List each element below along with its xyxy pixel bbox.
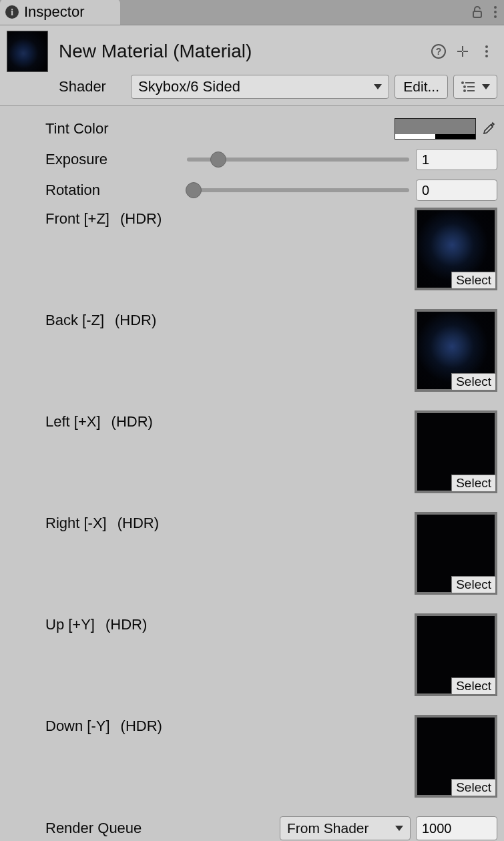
material-preview-thumbnail[interactable] [7, 31, 48, 72]
svg-point-8 [485, 55, 488, 57]
list-icon [461, 81, 475, 93]
material-title: New Material (Material) [59, 41, 431, 62]
svg-point-2 [494, 11, 497, 13]
tab-inspector[interactable]: i Inspector [0, 0, 120, 25]
texture-slot: Front [+Z](HDR)Select [7, 208, 497, 290]
help-icon[interactable]: ? [431, 43, 447, 59]
exposure-label: Exposure [7, 151, 180, 168]
shader-label: Shader [59, 78, 125, 95]
render-queue-dropdown[interactable]: From Shader [280, 816, 411, 840]
svg-point-3 [494, 15, 497, 18]
properties-panel: Tint Color Exposure Rotation Front [+Z](… [0, 106, 504, 841]
svg-rect-14 [467, 90, 475, 91]
svg-rect-10 [465, 82, 475, 83]
eyedropper-icon[interactable] [479, 118, 497, 139]
chevron-down-icon [395, 826, 403, 831]
shader-dropdown[interactable]: Skybox/6 Sided [131, 75, 389, 99]
info-icon: i [5, 5, 19, 19]
texture-thumbnail[interactable]: Select [415, 715, 497, 798]
texture-select-button[interactable]: Select [451, 475, 496, 492]
more-icon[interactable] [493, 5, 497, 22]
tint-color-label: Tint Color [7, 120, 180, 137]
render-queue-label: Render Queue [7, 820, 180, 837]
texture-thumbnail[interactable]: Select [415, 309, 497, 392]
rotation-slider[interactable] [187, 188, 409, 192]
exposure-slider[interactable] [187, 158, 409, 162]
texture-hdr-tag: (HDR) [117, 515, 159, 532]
texture-select-button[interactable]: Select [451, 677, 496, 695]
tab-bar: i Inspector [0, 0, 504, 25]
svg-point-13 [463, 89, 466, 92]
texture-hdr-tag: (HDR) [115, 312, 156, 329]
texture-thumbnail[interactable]: Select [415, 512, 497, 595]
texture-slot: Right [-X](HDR)Select [7, 512, 497, 595]
preset-icon[interactable] [455, 43, 471, 59]
render-queue-input[interactable] [416, 816, 497, 840]
shader-value: Skybox/6 Sided [138, 78, 240, 95]
svg-point-7 [485, 50, 488, 53]
svg-rect-12 [467, 86, 475, 87]
exposure-input[interactable] [416, 149, 497, 170]
texture-select-button[interactable]: Select [451, 272, 496, 289]
svg-point-6 [485, 45, 488, 48]
texture-name: Down [-Y] [45, 718, 110, 735]
texture-name: Up [+Y] [45, 616, 95, 633]
hierarchy-button[interactable] [453, 75, 497, 99]
rotation-label: Rotation [7, 182, 180, 199]
slider-knob[interactable] [210, 152, 226, 168]
texture-thumbnail[interactable]: Select [415, 410, 497, 493]
tab-label: Inspector [24, 3, 85, 21]
tint-color-field[interactable] [395, 118, 476, 139]
texture-name: Right [-X] [45, 515, 107, 532]
texture-hdr-tag: (HDR) [111, 413, 153, 431]
slider-knob[interactable] [186, 182, 202, 198]
color-swatch [395, 119, 475, 134]
texture-slot: Back [-Z](HDR)Select [7, 309, 497, 392]
svg-point-11 [463, 85, 466, 88]
texture-hdr-tag: (HDR) [105, 616, 147, 633]
chevron-down-icon [374, 84, 382, 89]
svg-text:?: ? [436, 46, 442, 57]
texture-name: Left [+X] [45, 413, 101, 431]
lock-icon[interactable] [471, 5, 484, 22]
material-header: New Material (Material) ? Shader Skybox/… [0, 25, 504, 106]
texture-thumbnail[interactable]: Select [415, 613, 497, 696]
texture-slot: Up [+Y](HDR)Select [7, 613, 497, 696]
texture-hdr-tag: (HDR) [121, 718, 162, 735]
svg-point-1 [494, 6, 497, 9]
texture-select-button[interactable]: Select [451, 373, 496, 390]
texture-slot: Down [-Y](HDR)Select [7, 715, 497, 798]
chevron-down-icon [482, 84, 490, 89]
svg-rect-0 [473, 11, 481, 17]
texture-name: Front [+Z] [45, 210, 109, 228]
texture-name: Back [-Z] [45, 312, 104, 329]
svg-point-9 [461, 81, 464, 84]
more-icon[interactable] [479, 43, 495, 59]
texture-slot: Left [+X](HDR)Select [7, 410, 497, 493]
texture-thumbnail[interactable]: Select [415, 208, 497, 290]
texture-select-button[interactable]: Select [451, 779, 496, 796]
render-queue-mode: From Shader [287, 820, 369, 836]
edit-button[interactable]: Edit... [395, 75, 448, 99]
texture-hdr-tag: (HDR) [120, 210, 162, 228]
rotation-input[interactable] [416, 180, 497, 201]
texture-select-button[interactable]: Select [451, 576, 496, 593]
